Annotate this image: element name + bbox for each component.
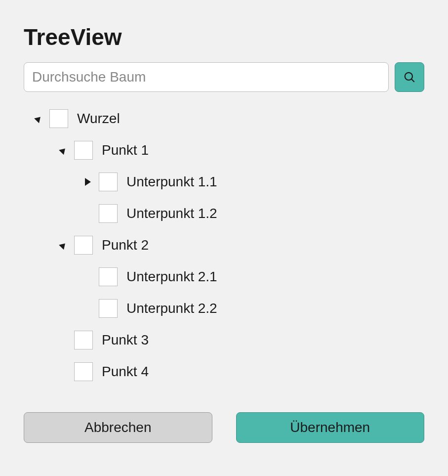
tree-node-p1-2: Unterpunkt 1.2: [83, 201, 424, 226]
tree-label: Wurzel: [77, 111, 120, 127]
tree-row[interactable]: Wurzel: [34, 106, 424, 131]
tree-node-p1: Punkt 1 Unterpunkt 1.1: [58, 137, 424, 226]
expand-toggle[interactable]: [34, 114, 43, 124]
search-button[interactable]: [395, 62, 424, 92]
tree-label: Unterpunkt 1.1: [126, 174, 217, 190]
tree-row[interactable]: Punkt 1: [58, 137, 424, 163]
tree-row[interactable]: Punkt 2: [58, 232, 424, 258]
tree-row[interactable]: Punkt 3: [58, 327, 424, 353]
page-title: TreeView: [24, 24, 424, 50]
tree-row[interactable]: Unterpunkt 2.2: [83, 296, 424, 321]
search-row: [24, 62, 424, 92]
tree-label: Punkt 2: [102, 237, 149, 253]
tree-label: Punkt 4: [102, 364, 149, 380]
checkbox[interactable]: [49, 109, 68, 128]
tree-label: Punkt 1: [102, 142, 149, 158]
cancel-button[interactable]: Abbrechen: [24, 412, 212, 443]
tree-node-p2-1: Unterpunkt 2.1: [83, 264, 424, 290]
tree-node-p1-1: Unterpunkt 1.1: [83, 169, 424, 195]
tree-node-p4: Punkt 4: [58, 359, 424, 385]
tree-label: Unterpunkt 1.2: [126, 206, 217, 221]
checkbox[interactable]: [99, 204, 118, 223]
tree-row[interactable]: Unterpunkt 2.1: [83, 264, 424, 290]
svg-point-0: [405, 73, 412, 80]
tree-row[interactable]: Punkt 4: [58, 359, 424, 385]
checkbox[interactable]: [99, 267, 118, 286]
tree-node-p2-2: Unterpunkt 2.2: [83, 296, 424, 321]
action-row: Abbrechen Übernehmen: [24, 412, 424, 443]
chevron-open-icon: [59, 146, 68, 155]
tree-row[interactable]: Unterpunkt 1.1: [83, 169, 424, 195]
search-icon: [403, 71, 416, 84]
tree-node-p2: Punkt 2 Unterpunkt 2.1: [58, 232, 424, 321]
checkbox[interactable]: [99, 173, 118, 191]
svg-line-1: [411, 79, 414, 82]
apply-button[interactable]: Übernehmen: [236, 412, 425, 443]
checkbox[interactable]: [74, 236, 93, 255]
expand-toggle[interactable]: [58, 145, 68, 155]
chevron-open-icon: [59, 241, 68, 250]
expand-toggle[interactable]: [58, 240, 68, 250]
tree-row[interactable]: Unterpunkt 1.2: [83, 201, 424, 226]
checkbox[interactable]: [74, 331, 93, 349]
tree-label: Punkt 3: [102, 332, 149, 348]
tree-label: Unterpunkt 2.1: [126, 269, 217, 285]
expand-toggle[interactable]: [83, 177, 93, 187]
tree-node-root: Wurzel Punkt 1 Unterpunkt 1.1: [34, 106, 424, 385]
chevron-closed-icon: [85, 178, 91, 186]
search-input[interactable]: [24, 62, 389, 92]
checkbox[interactable]: [99, 299, 118, 318]
tree-view: Wurzel Punkt 1 Unterpunkt 1.1: [34, 106, 424, 385]
checkbox[interactable]: [74, 141, 93, 160]
checkbox[interactable]: [74, 362, 93, 381]
tree-node-p3: Punkt 3: [58, 327, 424, 353]
chevron-open-icon: [34, 114, 43, 123]
tree-label: Unterpunkt 2.2: [126, 301, 217, 316]
